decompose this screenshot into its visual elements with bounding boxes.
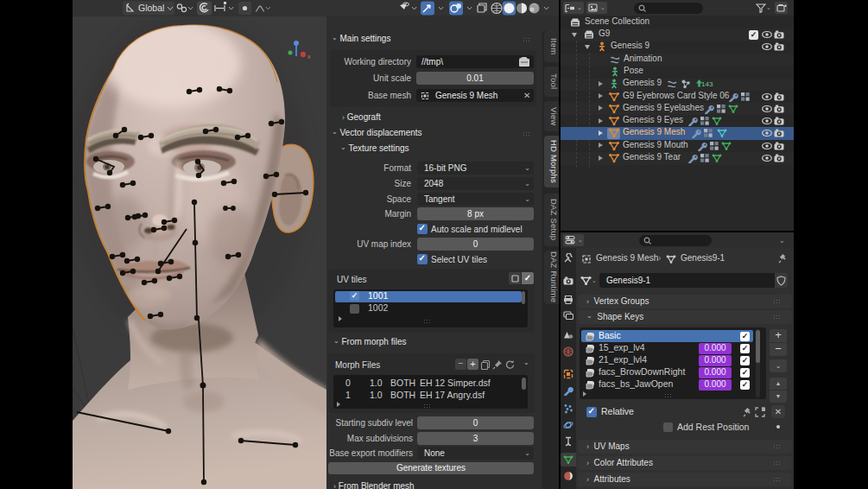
svg-text:x: x (307, 54, 311, 60)
svg-text:Global: Global (138, 3, 164, 13)
